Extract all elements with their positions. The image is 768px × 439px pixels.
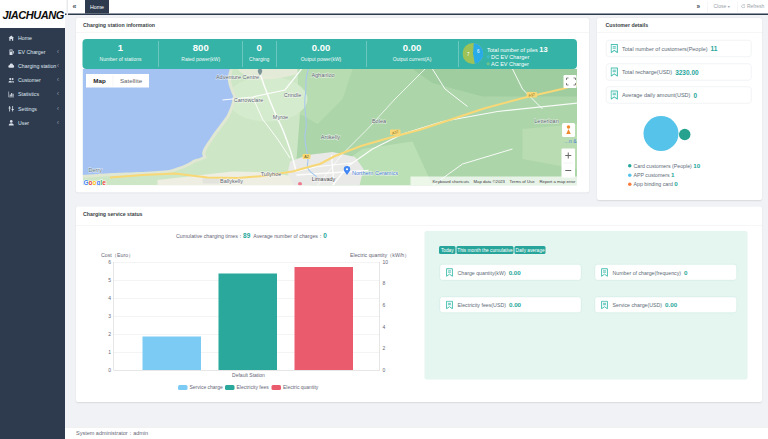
svg-text:Ballykelly: Ballykelly (220, 178, 243, 184)
svg-text:Map data ©2023: Map data ©2023 (474, 179, 506, 184)
svg-text:Artikelly: Artikelly (321, 134, 341, 140)
svg-text:Google: Google (84, 179, 107, 186)
svg-text:Satellite: Satellite (120, 77, 143, 84)
svg-text:Limavady: Limavady (312, 176, 336, 182)
svg-text:A2: A2 (304, 155, 309, 159)
svg-text:Derry: Derry (89, 167, 103, 173)
svg-text:Adventure Centre: Adventure Centre (216, 74, 259, 80)
svg-text:Letterloan: Letterloan (534, 118, 558, 124)
svg-text:Aghanloo: Aghanloo (311, 72, 334, 78)
svg-text:Crindle: Crindle (284, 92, 301, 98)
svg-text:Keyboard shortcuts: Keyboard shortcuts (433, 179, 470, 184)
svg-text:Tullyhoe: Tullyhoe (261, 171, 282, 177)
svg-text:…n &: …n & (564, 138, 577, 144)
svg-text:Terms of Use: Terms of Use (510, 179, 536, 184)
svg-text:Northern Ceramics: Northern Ceramics (352, 170, 398, 176)
svg-text:Carrowclare: Carrowclare (234, 97, 264, 103)
svg-text:Map: Map (93, 77, 106, 84)
svg-text:Report a map error: Report a map error (540, 179, 576, 184)
svg-text:Bolea: Bolea (372, 118, 387, 124)
svg-text:Myroe: Myroe (273, 114, 288, 120)
